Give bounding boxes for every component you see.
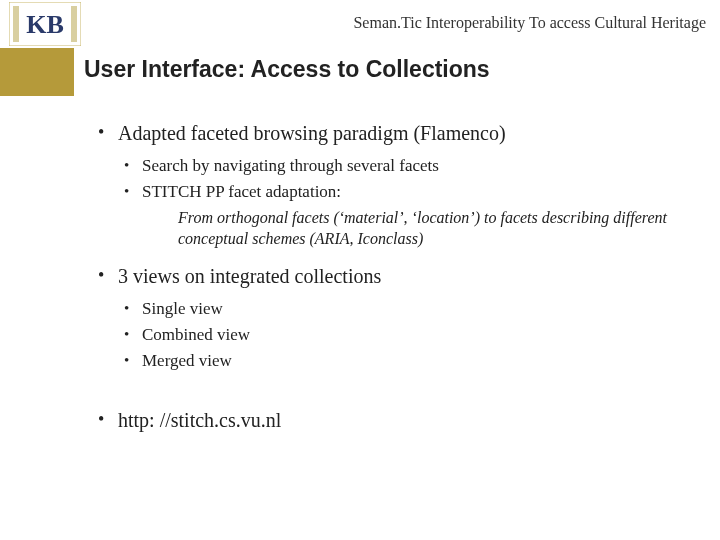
kb-logo: KB [0,0,90,48]
bullet-2-sub-2-text: Combined view [142,325,250,344]
bullet-2-sub-1: Single view [118,298,696,321]
bullet-1-sub-2: STITCH PP facet adaptation: [118,181,696,204]
content-area: Adapted faceted browsing paradigm (Flame… [96,120,696,442]
bullet-1-sublist: Search by navigating through several fac… [118,155,696,204]
svg-rect-3 [71,6,77,42]
bullet-1: Adapted faceted browsing paradigm (Flame… [96,120,696,249]
bullet-1-sub-1: Search by navigating through several fac… [118,155,696,178]
bullet-1-sub-2-text: STITCH PP facet adaptation: [142,182,341,201]
bullet-2-sub-3: Merged view [118,350,696,373]
bullet-2-sublist: Single view Combined view Merged view [118,298,696,373]
bullet-2-sub-1-text: Single view [142,299,223,318]
bullet-3: http: //stitch.cs.vu.nl [96,407,696,434]
bullet-list: Adapted faceted browsing paradigm (Flame… [96,120,696,373]
slide-title: User Interface: Access to Collections [84,56,490,83]
bullet-2-sub-3-text: Merged view [142,351,232,370]
slide: KB Seman.Tic Interoperability To access … [0,0,720,540]
bullet-2-text: 3 views on integrated collections [118,265,381,287]
svg-text:KB: KB [26,10,64,39]
gold-accent-block [0,48,74,96]
svg-rect-2 [13,6,19,42]
bullet-2: 3 views on integrated collections Single… [96,263,696,373]
bullet-2-sub-2: Combined view [118,324,696,347]
kb-logo-icon: KB [9,2,81,46]
header-title: Seman.Tic Interoperability To access Cul… [353,14,706,32]
bullet-list-2: http: //stitch.cs.vu.nl [96,407,696,434]
bullet-1-sub-1-text: Search by navigating through several fac… [142,156,439,175]
bullet-1-note: From orthogonal facets (‘material’, ‘loc… [178,208,696,250]
header: KB Seman.Tic Interoperability To access … [0,0,720,48]
spacer [96,381,696,407]
bullet-3-text: http: //stitch.cs.vu.nl [118,409,281,431]
bullet-1-text: Adapted faceted browsing paradigm (Flame… [118,122,506,144]
